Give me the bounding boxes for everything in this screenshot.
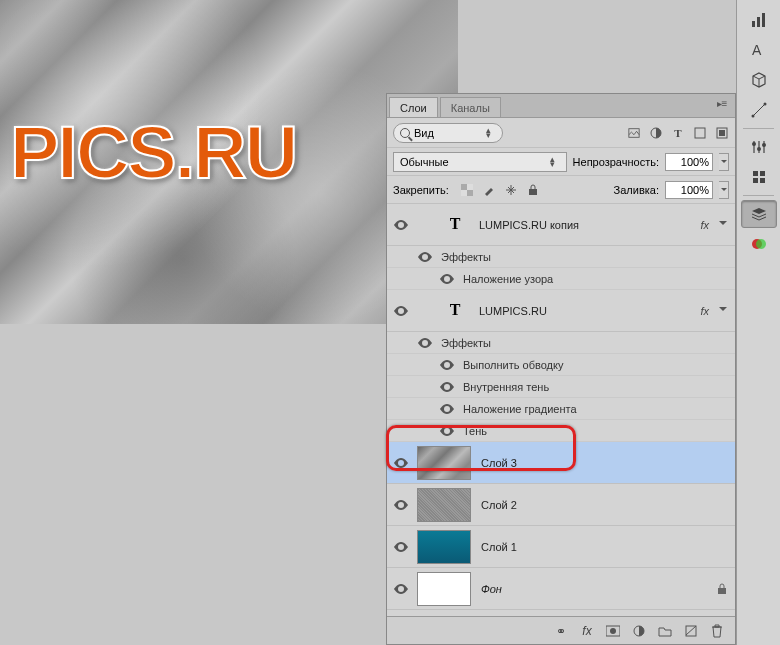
visibility-toggle[interactable] [417,335,433,351]
histogram-icon[interactable] [741,6,777,34]
canvas-text: PICS.RU [10,110,296,195]
blend-mode-value: Обычные [400,156,449,168]
filter-smart-icon[interactable] [715,126,729,140]
svg-text:A: A [752,42,762,58]
layers-panel: Слои Каналы ▸≡ Вид ▴▾ T Обычные ▴▾ Непро… [386,93,736,645]
blend-mode-select[interactable]: Обычные ▴▾ [393,152,567,172]
visibility-toggle[interactable] [393,539,409,555]
opacity-input[interactable]: 100% [665,153,713,171]
adjustment-layer-icon[interactable] [631,623,647,639]
svg-point-6 [752,142,756,146]
layer-list[interactable]: T LUMPICS.RU копия fx Эффекты Наложение … [387,204,735,616]
opacity-dropdown[interactable] [719,153,729,171]
lock-position-icon[interactable] [503,182,519,198]
new-layer-icon[interactable] [683,623,699,639]
visibility-toggle[interactable] [393,581,409,597]
filter-type-icon[interactable]: T [671,126,685,140]
tab-channels[interactable]: Каналы [440,97,501,117]
layer-thumbnail[interactable] [417,488,471,522]
effects-collapse[interactable] [717,305,729,317]
right-toolbar: A [736,0,780,645]
svg-rect-24 [529,189,537,195]
character-icon[interactable]: A [741,36,777,64]
lock-transparent-icon[interactable] [459,182,475,198]
layer-thumbnail[interactable] [417,530,471,564]
fill-dropdown[interactable] [719,181,729,199]
filter-row: Вид ▴▾ T [387,118,735,148]
group-icon[interactable] [657,623,673,639]
effect-stroke[interactable]: Выполнить обводку [387,354,735,376]
layer-background[interactable]: Фон [387,568,735,610]
link-layers-icon[interactable]: ⚭ [553,623,569,639]
blend-row: Обычные ▴▾ Непрозрачность: 100% [387,148,735,176]
lock-label: Закрепить: [393,184,449,196]
visibility-toggle[interactable] [393,217,409,233]
type-layer-icon: T [445,301,465,321]
lock-row: Закрепить: Заливка: 100% [387,176,735,204]
layer-sloy-2[interactable]: Слой 2 [387,484,735,526]
layer-style-icon[interactable]: fx [579,623,595,639]
delete-layer-icon[interactable] [709,623,725,639]
panel-tabs: Слои Каналы ▸≡ [387,94,735,118]
svg-rect-22 [467,184,473,190]
tab-layers[interactable]: Слои [389,97,438,117]
opacity-label: Непрозрачность: [573,156,659,168]
filter-icons: T [627,126,729,140]
effect-drop-shadow[interactable]: Тень [387,420,735,442]
visibility-toggle[interactable] [417,249,433,265]
styles-icon[interactable] [741,163,777,191]
visibility-toggle[interactable] [393,303,409,319]
filter-pixel-icon[interactable] [627,126,641,140]
svg-rect-12 [760,178,765,183]
kind-filter-label: Вид [414,127,434,139]
path-icon[interactable] [741,96,777,124]
fill-label: Заливка: [614,184,659,196]
fx-badge: fx [700,219,709,231]
lock-all-icon[interactable] [525,182,541,198]
layer-name: LUMPICS.RU копия [479,219,700,231]
svg-rect-19 [719,130,725,136]
effects-header[interactable]: Эффекты [387,332,735,354]
adjustments-icon[interactable] [741,133,777,161]
chevron-updown-icon: ▴▾ [550,157,560,167]
visibility-toggle[interactable] [439,357,455,373]
effect-inner-shadow[interactable]: Внутренняя тень [387,376,735,398]
svg-rect-25 [718,588,726,594]
kind-filter-select[interactable]: Вид ▴▾ [393,123,503,143]
visibility-toggle[interactable] [439,379,455,395]
effects-collapse[interactable] [717,219,729,231]
svg-point-14 [756,239,766,249]
filter-adjust-icon[interactable] [649,126,663,140]
visibility-toggle[interactable] [393,497,409,513]
layer-name: Слой 3 [481,457,729,469]
visibility-toggle[interactable] [439,271,455,287]
layer-sloy-1[interactable]: Слой 1 [387,526,735,568]
lock-pixels-icon[interactable] [481,182,497,198]
layer-thumbnail[interactable] [417,446,471,480]
layer-text-copy[interactable]: T LUMPICS.RU копия fx [387,204,735,246]
visibility-toggle[interactable] [439,401,455,417]
effect-pattern-overlay[interactable]: Наложение узора [387,268,735,290]
layers-panel-icon[interactable] [741,200,777,228]
visibility-toggle[interactable] [439,423,455,439]
panel-bottom-bar: ⚭ fx [387,616,735,644]
search-icon [400,128,410,138]
layer-text[interactable]: T LUMPICS.RU fx [387,290,735,332]
effects-header[interactable]: Эффекты [387,246,735,268]
fill-input[interactable]: 100% [665,181,713,199]
lock-icon [717,583,729,595]
layer-sloy-3[interactable]: Слой 3 [387,442,735,484]
effect-gradient-overlay[interactable]: Наложение градиента [387,398,735,420]
cube-icon[interactable] [741,66,777,94]
svg-point-8 [762,143,766,147]
fx-badge: fx [700,305,709,317]
filter-shape-icon[interactable] [693,126,707,140]
svg-rect-21 [467,190,473,196]
chevron-updown-icon: ▴▾ [486,128,496,138]
panel-menu-icon[interactable]: ▸≡ [713,98,731,109]
layer-mask-icon[interactable] [605,623,621,639]
visibility-toggle[interactable] [393,455,409,471]
svg-rect-9 [753,171,758,176]
color-icon[interactable] [741,230,777,258]
layer-thumbnail[interactable] [417,572,471,606]
